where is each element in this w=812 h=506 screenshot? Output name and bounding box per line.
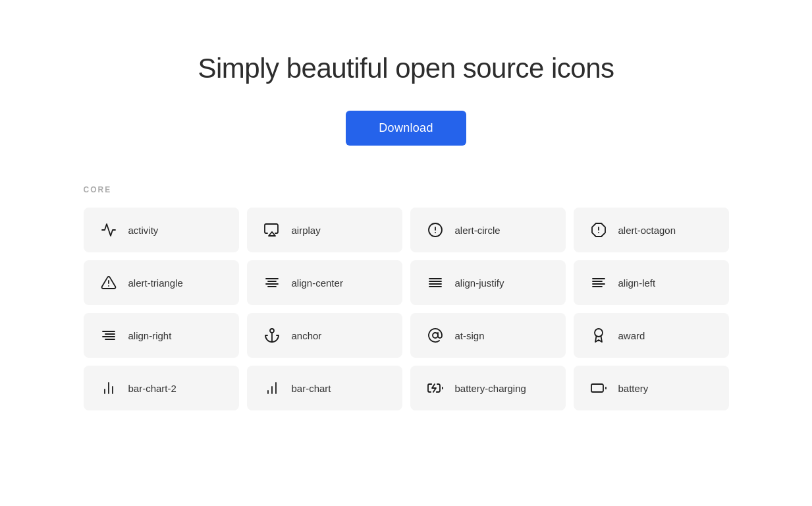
icon-name-align-center: align-center [292, 277, 343, 289]
icon-card-align-justify[interactable]: align-justify [410, 260, 566, 305]
icon-card-bar-chart[interactable]: bar-chart [247, 366, 402, 410]
icon-name-award: award [618, 330, 645, 341]
bar-chart-icon [263, 379, 281, 397]
svg-rect-36 [591, 384, 603, 392]
battery-icon [589, 379, 608, 397]
icon-card-airplay[interactable]: airplay [247, 208, 402, 252]
icon-name-alert-octagon: alert-octagon [618, 225, 676, 236]
icon-name-bar-chart-2: bar-chart-2 [128, 383, 176, 394]
download-button[interactable]: Download [346, 111, 466, 146]
align-center-icon [263, 273, 281, 292]
icon-card-activity[interactable]: activity [84, 208, 239, 252]
icon-card-align-left[interactable]: align-left [574, 260, 729, 305]
icon-card-award[interactable]: award [574, 313, 729, 358]
icon-card-alert-triangle[interactable]: alert-triangle [84, 260, 239, 305]
battery-charging-icon [426, 379, 445, 397]
icon-card-at-sign[interactable]: at-sign [410, 313, 566, 358]
icon-name-at-sign: at-sign [455, 330, 485, 341]
icon-grid: activityairplayalert-circlealert-octagon… [84, 208, 729, 410]
icon-name-align-justify: align-justify [455, 277, 504, 289]
alert-triangle-icon [99, 273, 118, 292]
icon-card-align-right[interactable]: align-right [84, 313, 239, 358]
svg-marker-0 [269, 232, 275, 236]
alert-circle-icon [426, 221, 445, 239]
hero-section: Simply beautiful open source icons Downl… [0, 0, 812, 185]
activity-icon [99, 221, 118, 239]
icon-card-alert-circle[interactable]: alert-circle [410, 208, 566, 252]
align-justify-icon [426, 273, 445, 292]
icon-card-align-center[interactable]: align-center [247, 260, 402, 305]
icon-name-align-left: align-left [618, 277, 656, 289]
icon-name-align-right: align-right [128, 330, 172, 341]
icon-name-alert-triangle: alert-triangle [128, 277, 183, 289]
icon-name-anchor: anchor [292, 330, 322, 341]
at-sign-icon [426, 326, 445, 345]
icon-card-anchor[interactable]: anchor [247, 313, 402, 358]
hero-title: Simply beautiful open source icons [198, 53, 614, 84]
anchor-icon [263, 326, 281, 345]
icon-card-alert-octagon[interactable]: alert-octagon [574, 208, 729, 252]
award-icon [589, 326, 608, 345]
icon-name-activity: activity [128, 225, 159, 236]
section-label: CORE [84, 185, 729, 194]
icon-name-battery-charging: battery-charging [455, 383, 526, 394]
align-right-icon [99, 326, 118, 345]
icon-name-bar-chart: bar-chart [292, 383, 331, 394]
svg-point-27 [433, 333, 438, 338]
airplay-icon [263, 221, 281, 239]
bar-chart-2-icon [99, 379, 118, 397]
align-left-icon [589, 273, 608, 292]
icon-card-battery[interactable]: battery [574, 366, 729, 410]
icon-name-alert-circle: alert-circle [455, 225, 501, 236]
icon-name-battery: battery [618, 383, 649, 394]
alert-octagon-icon [589, 221, 608, 239]
main-content: CORE activityairplayalert-circlealert-oc… [44, 185, 769, 450]
icon-card-battery-charging[interactable]: battery-charging [410, 366, 566, 410]
icon-name-airplay: airplay [292, 225, 321, 236]
svg-point-28 [595, 329, 603, 337]
icon-card-bar-chart-2[interactable]: bar-chart-2 [84, 366, 239, 410]
